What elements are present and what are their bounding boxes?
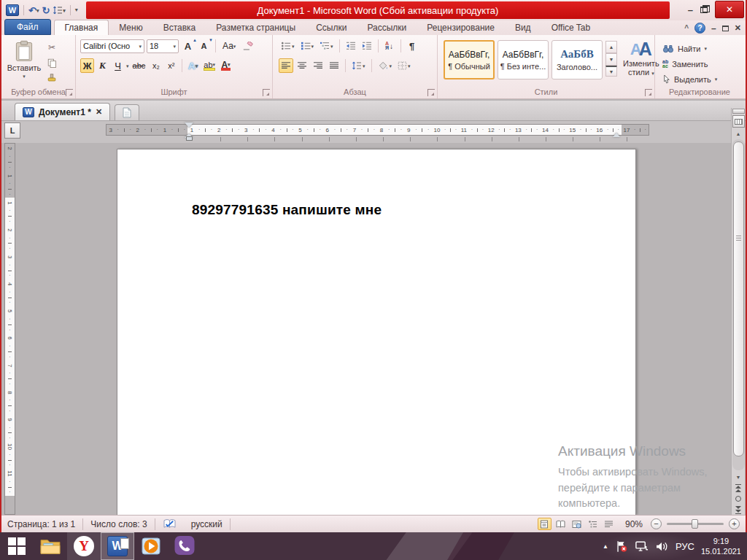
network-icon[interactable] bbox=[635, 540, 649, 552]
dialog-launcher-icon[interactable] bbox=[263, 89, 270, 96]
select-button[interactable]: Выделить▾ bbox=[662, 71, 744, 87]
zoom-slider-thumb[interactable] bbox=[692, 519, 698, 529]
print-layout-view-button[interactable] bbox=[538, 518, 551, 530]
tray-expand-icon[interactable]: ▲ bbox=[603, 543, 608, 550]
doc-minimize-icon[interactable]: – bbox=[711, 23, 716, 34]
close-button[interactable]: ✕ bbox=[715, 1, 744, 18]
document-page[interactable]: 89297791635 напишите мне bbox=[117, 149, 636, 515]
copy-button[interactable] bbox=[45, 57, 58, 69]
scroll-down-icon[interactable]: ▼ bbox=[732, 472, 745, 482]
new-document-tab[interactable] bbox=[115, 104, 139, 120]
help-icon[interactable]: ? bbox=[694, 23, 705, 34]
format-painter-button[interactable] bbox=[45, 72, 58, 84]
tab-рецензирование[interactable]: Рецензирование bbox=[417, 20, 505, 35]
tab-меню[interactable]: Меню bbox=[109, 20, 152, 35]
gallery-more-icon[interactable]: ▼ bbox=[605, 66, 617, 77]
doc-close-icon[interactable]: ✕ bbox=[735, 23, 741, 33]
bullets-button[interactable]: ▾ bbox=[279, 39, 297, 53]
undo-button[interactable]: ↶▾ bbox=[28, 5, 39, 16]
tab-stop-selector[interactable]: L bbox=[4, 122, 20, 139]
line-spacing-qat-button[interactable]: ▾ bbox=[53, 6, 66, 15]
font-color-button[interactable]: А▾ bbox=[219, 58, 233, 73]
left-indent-marker[interactable] bbox=[186, 136, 193, 141]
document-tab-active[interactable]: W Документ1 * ✕ bbox=[15, 103, 110, 120]
viber-button[interactable] bbox=[168, 532, 201, 560]
tab-office-tab[interactable]: Office Tab bbox=[541, 20, 601, 35]
strikethrough-button[interactable]: abc bbox=[131, 58, 148, 73]
underline-button[interactable]: Ч bbox=[111, 58, 125, 73]
change-case-button[interactable]: Аа▾ bbox=[220, 39, 238, 53]
scroll-up-icon[interactable]: ▲ bbox=[732, 129, 745, 139]
align-center-button[interactable] bbox=[295, 58, 309, 73]
doc-restore-icon[interactable] bbox=[722, 26, 729, 31]
align-left-button[interactable] bbox=[279, 58, 293, 73]
gallery-down-icon[interactable]: ▼ bbox=[605, 53, 617, 66]
web-layout-view-button[interactable] bbox=[570, 518, 584, 530]
dialog-launcher-icon[interactable] bbox=[66, 89, 73, 96]
decrease-indent-button[interactable] bbox=[344, 39, 358, 53]
style-card-0[interactable]: АаБбВвГг,¶ Обычный bbox=[444, 40, 495, 79]
collapse-ribbon-icon[interactable]: ^ bbox=[684, 24, 689, 32]
increase-indent-button[interactable] bbox=[360, 39, 374, 53]
numbering-button[interactable]: ▾ bbox=[298, 39, 317, 53]
find-button[interactable]: Найти▾ bbox=[662, 41, 744, 56]
media-player-button[interactable] bbox=[134, 532, 168, 560]
yandex-browser-button[interactable]: Y bbox=[67, 532, 101, 560]
restore-button[interactable] bbox=[700, 7, 708, 13]
tab-разметка-страницы[interactable]: Разметка страницы bbox=[206, 20, 306, 35]
word-logo-icon[interactable]: W bbox=[6, 4, 19, 16]
show-marks-button[interactable]: ¶ bbox=[405, 39, 419, 53]
font-size-combo[interactable]: 18▾ bbox=[147, 39, 179, 53]
zoom-level[interactable]: 90% bbox=[625, 519, 643, 529]
gallery-up-icon[interactable]: ▲ bbox=[605, 41, 617, 53]
style-card-2[interactable]: АаБбВЗаголово... bbox=[551, 40, 603, 79]
tab-close-icon[interactable]: ✕ bbox=[96, 107, 102, 117]
language-status[interactable]: русский bbox=[184, 519, 230, 529]
superscript-button[interactable]: x² bbox=[164, 58, 178, 73]
draft-view-button[interactable] bbox=[602, 518, 616, 530]
reading-view-button[interactable] bbox=[554, 518, 568, 530]
scrollbar-track[interactable] bbox=[732, 139, 745, 470]
style-card-1[interactable]: АаБбВвГг,¶ Без инте... bbox=[498, 40, 549, 79]
italic-button[interactable]: К bbox=[96, 58, 109, 73]
split-window-handle[interactable] bbox=[732, 109, 745, 114]
dialog-launcher-icon[interactable] bbox=[645, 89, 652, 96]
previous-page-button[interactable] bbox=[732, 483, 745, 493]
bold-button[interactable]: Ж bbox=[80, 58, 94, 73]
word-count[interactable]: Число слов: 3 bbox=[83, 519, 154, 529]
tab-файл[interactable]: Файл bbox=[4, 19, 51, 35]
font-family-combo[interactable]: Calibri (Осно▾ bbox=[80, 39, 144, 53]
zoom-in-button[interactable]: + bbox=[729, 518, 740, 529]
replace-button[interactable]: abac Заменить bbox=[662, 56, 744, 71]
page-count[interactable]: Страница: 1 из 1 bbox=[0, 519, 82, 529]
tab-ссылки[interactable]: Ссылки bbox=[306, 20, 357, 35]
spellcheck-status[interactable] bbox=[155, 518, 184, 529]
justify-button[interactable] bbox=[327, 58, 341, 73]
customize-qat-button[interactable]: ▾ bbox=[75, 7, 78, 13]
select-browse-object-button[interactable] bbox=[732, 494, 745, 504]
file-explorer-button[interactable] bbox=[34, 532, 67, 560]
start-button[interactable] bbox=[0, 532, 34, 560]
volume-icon[interactable] bbox=[655, 541, 669, 552]
document-text[interactable]: 89297791635 напишите мне bbox=[192, 202, 382, 218]
tab-главная[interactable]: Главная bbox=[54, 20, 109, 35]
tab-вид[interactable]: Вид bbox=[505, 20, 541, 35]
chevron-down-icon[interactable]: ▾ bbox=[126, 63, 129, 69]
clock[interactable]: 9:19 15.01.2021 bbox=[701, 536, 741, 556]
action-center-icon[interactable] bbox=[615, 540, 628, 553]
shading-button[interactable]: ▾ bbox=[376, 58, 395, 73]
outline-view-button[interactable] bbox=[586, 518, 600, 530]
borders-button[interactable]: ▾ bbox=[395, 58, 413, 73]
zoom-slider-track[interactable] bbox=[667, 523, 724, 525]
dialog-launcher-icon[interactable] bbox=[427, 89, 435, 96]
line-spacing-button[interactable]: ▾ bbox=[349, 58, 368, 73]
tab-вставка[interactable]: Вставка bbox=[153, 20, 206, 35]
right-indent-marker[interactable] bbox=[613, 129, 620, 137]
shrink-font-button[interactable]: А▼ bbox=[197, 39, 211, 53]
ruler-toggle-button[interactable] bbox=[732, 115, 745, 128]
keyboard-language[interactable]: РУС bbox=[676, 541, 694, 552]
text-effects-button[interactable]: А▾ bbox=[186, 58, 200, 73]
grow-font-button[interactable]: А▲ bbox=[181, 39, 195, 53]
tab-рассылки[interactable]: Рассылки bbox=[357, 20, 417, 35]
subscript-button[interactable]: x₂ bbox=[149, 58, 163, 73]
